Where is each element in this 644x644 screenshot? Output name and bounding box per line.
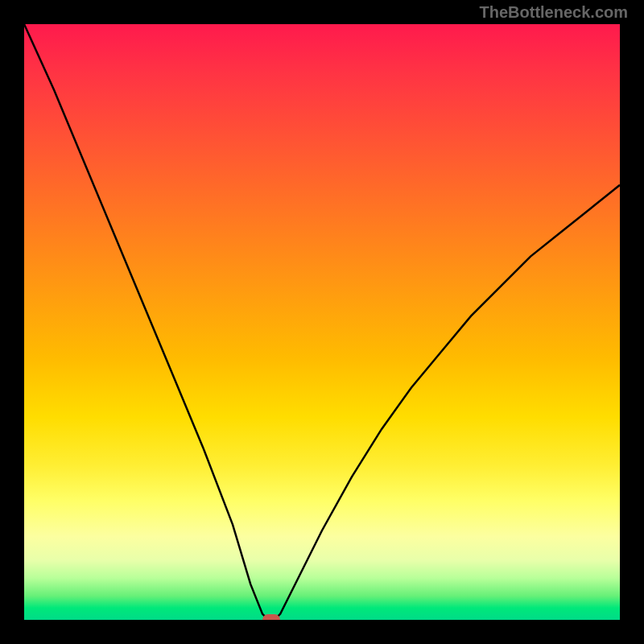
curve-svg xyxy=(24,24,620,620)
plot-area xyxy=(24,24,620,620)
chart-container: TheBottleneck.com xyxy=(0,0,644,644)
bottleneck-curve xyxy=(24,24,620,620)
watermark-text: TheBottleneck.com xyxy=(480,3,628,22)
minimum-marker xyxy=(262,614,280,620)
